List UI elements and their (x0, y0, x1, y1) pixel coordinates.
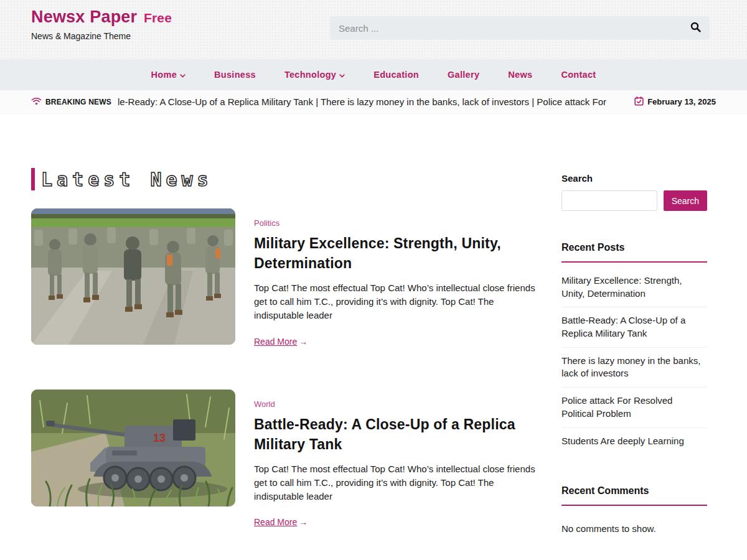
recent-post-link[interactable]: There is lazy money in the banks, lack o… (561, 348, 707, 388)
read-more-label: Read More (254, 517, 297, 527)
calendar-icon (634, 96, 644, 108)
article-image-tank[interactable]: 13 (31, 390, 235, 506)
latest-news-section: Latest News (31, 168, 535, 560)
date-text: February 13, 2025 (647, 97, 716, 106)
nav-item-business[interactable]: Business (214, 70, 256, 80)
recent-post-link[interactable]: Students Are deeply Learning (561, 428, 707, 455)
article-card: Politics Military Excellence: Strength, … (31, 208, 535, 347)
chevron-down-icon (339, 70, 345, 80)
chevron-down-icon (180, 70, 186, 80)
article-category[interactable]: World (254, 399, 535, 409)
article-card: 13 World Battle-Ready: A Close-Up of (31, 390, 535, 528)
nav-item-home[interactable]: Home (151, 70, 186, 80)
logo-badge: Free (144, 11, 172, 25)
arrow-right-icon: → (299, 337, 308, 347)
header-search-button[interactable] (690, 22, 701, 34)
section-accent-bar (31, 168, 35, 190)
logo-title: Newsx Paper (31, 7, 137, 26)
read-more-link[interactable]: Read More→ (254, 337, 308, 347)
search-widget-title: Search (561, 173, 707, 184)
recent-posts-widget: Recent Posts Military Excellence: Streng… (561, 242, 707, 454)
article-excerpt: Top Cat! The most effectual Top Cat! Who… (254, 281, 535, 322)
article-category[interactable]: Politics (254, 218, 535, 228)
breaking-news-text-label: BREAKING NEWS (45, 98, 111, 106)
nav-label: Home (151, 70, 177, 80)
article-content: Politics Military Excellence: Strength, … (254, 208, 535, 347)
section-title: Latest News (41, 169, 213, 190)
header-search-bar (330, 16, 710, 40)
recent-post-link[interactable]: Military Excellence: Strength, Unity, De… (561, 268, 707, 307)
site-header: Newsx Paper Free News & Magazine Theme (0, 0, 747, 59)
current-date: February 13, 2025 (634, 96, 716, 108)
recent-comments-title: Recent Comments (561, 485, 707, 506)
sidebar: Search Search Recent Posts Military Exce… (561, 168, 707, 560)
news-ticker[interactable]: le-Ready: A Close-Up of a Replica Milita… (118, 96, 628, 107)
article-title[interactable]: Military Excellence: Strength, Unity, De… (254, 233, 535, 273)
article-image-soldiers[interactable] (31, 208, 235, 345)
nav-item-gallery[interactable]: Gallery (448, 70, 479, 80)
nav-item-technology[interactable]: Technology (284, 70, 345, 80)
sidebar-search-widget: Search Search (561, 173, 707, 211)
no-comments-text: No comments to show. (561, 523, 707, 534)
section-heading: Latest News (31, 168, 535, 190)
sidebar-search-button[interactable]: Search (664, 190, 707, 211)
main-navigation: Home Business Technology Education Galle… (0, 59, 747, 90)
nav-item-education[interactable]: Education (374, 70, 419, 80)
nav-label: Contact (561, 70, 596, 80)
recent-comments-widget: Recent Comments No comments to show. (561, 485, 707, 534)
sidebar-search-input[interactable] (561, 190, 657, 211)
article-content: World Battle-Ready: A Close-Up of a Repl… (254, 390, 535, 528)
recent-post-link[interactable]: Battle-Ready: A Close-Up of a Replica Mi… (561, 307, 707, 347)
recent-post-link[interactable]: Police attack For Resolved Political Pro… (561, 388, 707, 427)
recent-posts-title: Recent Posts (561, 242, 707, 263)
nav-item-news[interactable]: News (508, 70, 532, 80)
nav-label: Business (214, 70, 256, 80)
site-tagline: News & Magazine Theme (31, 31, 172, 41)
svg-text:13: 13 (153, 432, 166, 444)
site-branding: Newsx Paper Free News & Magazine Theme (31, 7, 172, 41)
nav-label: Education (374, 70, 419, 80)
nav-label: Technology (284, 70, 336, 80)
article-title[interactable]: Battle-Ready: A Close-Up of a Replica Mi… (254, 414, 535, 454)
breaking-news-label: BREAKING NEWS (31, 97, 111, 107)
breaking-news-bar: BREAKING NEWS le-Ready: A Close-Up of a … (0, 90, 747, 114)
nav-label: Gallery (448, 70, 479, 80)
read-more-link[interactable]: Read More→ (254, 517, 308, 527)
arrow-right-icon: → (299, 517, 308, 527)
wifi-icon (31, 97, 42, 107)
site-logo[interactable]: Newsx Paper Free (31, 7, 172, 27)
search-icon (690, 22, 701, 34)
page-content: Latest News (0, 114, 747, 560)
nav-item-contact[interactable]: Contact (561, 70, 596, 80)
nav-label: News (508, 70, 532, 80)
read-more-label: Read More (254, 337, 297, 347)
article-excerpt: Top Cat! The most effectual Top Cat! Who… (254, 462, 535, 503)
header-search-input[interactable] (339, 23, 690, 34)
